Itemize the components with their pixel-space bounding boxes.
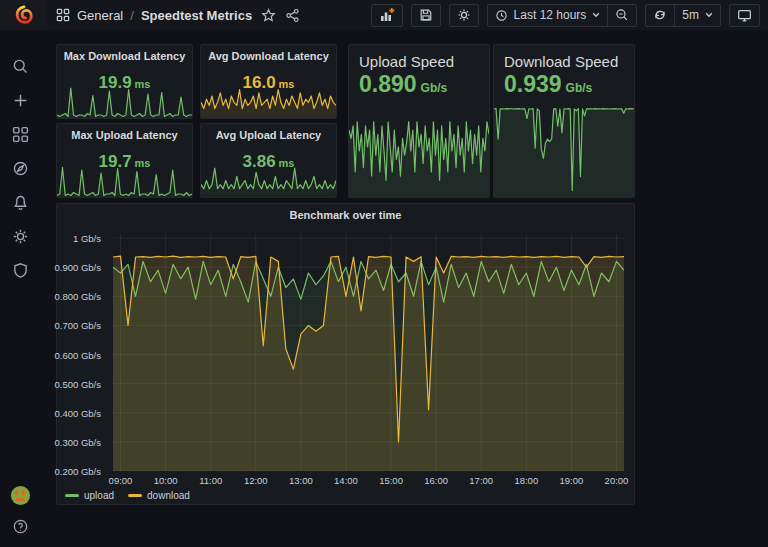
x-tick-label: 20:00	[605, 475, 629, 486]
save-icon	[419, 8, 433, 22]
x-tick-label: 10:00	[154, 475, 178, 486]
dashboard-settings-button[interactable]	[449, 4, 479, 27]
refresh-interval-label: 5m	[682, 8, 699, 22]
x-tick-label: 16:00	[424, 475, 448, 486]
x-tick-label: 15:00	[379, 475, 403, 486]
sparkline-chart	[57, 164, 192, 197]
x-tick-label: 19:00	[560, 475, 584, 486]
x-tick-label: 12:00	[244, 475, 268, 486]
search-icon[interactable]	[12, 58, 29, 75]
nav-actions: Last 12 hours 5m	[371, 4, 760, 27]
help-icon[interactable]	[12, 518, 29, 535]
y-tick-label: 0.300 Gb/s	[55, 436, 101, 447]
panel-title[interactable]: Download Speed	[504, 53, 618, 70]
sparkline-chart	[201, 164, 336, 197]
legend-label: upload	[84, 490, 114, 501]
benchmark-legend: upload download	[65, 490, 190, 501]
breadcrumb: General / Speedtest Metrics	[56, 8, 252, 23]
clock-icon	[495, 9, 508, 22]
panel-title[interactable]: Benchmark over time	[57, 204, 634, 221]
time-picker-group: Last 12 hours	[487, 4, 638, 27]
x-tick-label: 09:00	[109, 475, 133, 486]
x-tick-label: 11:00	[199, 475, 222, 486]
refresh-interval-picker[interactable]: 5m	[674, 4, 721, 27]
panel-title[interactable]: Max Upload Latency	[57, 124, 192, 141]
benchmark-plot-area[interactable]	[113, 234, 624, 471]
legend-swatch-upload	[65, 494, 79, 497]
create-add-icon[interactable]	[12, 92, 29, 109]
grafana-flame-icon	[14, 5, 34, 25]
speed-value: 0.890Gb/s	[359, 73, 447, 96]
x-tick-label: 13:00	[289, 475, 313, 486]
sparkline-chart	[57, 85, 192, 118]
y-tick-label: 0.200 Gb/s	[55, 466, 101, 477]
panel-title[interactable]: Avg Download Latency	[201, 45, 336, 62]
apps-grid-icon	[56, 8, 70, 22]
zoom-out-icon	[615, 8, 629, 22]
panel-avg-upload-latency: Avg Upload Latency 3.86ms	[200, 123, 337, 198]
panel-download-speed: Download Speed 0.939Gb/s	[493, 44, 635, 198]
speed-number: 0.939	[504, 71, 562, 97]
panel-max-download-latency: Max Download Latency 19.9ms	[56, 44, 193, 119]
caret-down-icon	[592, 12, 600, 18]
panel-title[interactable]: Max Download Latency	[57, 45, 192, 62]
upload-speed-chart	[349, 105, 489, 197]
refresh-dashboard-button[interactable]	[645, 4, 675, 27]
user-avatar[interactable]	[10, 485, 31, 506]
y-tick-label: 0.700 Gb/s	[55, 320, 101, 331]
time-range-label: Last 12 hours	[514, 8, 587, 22]
breadcrumb-separator: /	[130, 8, 134, 23]
monitor-icon	[737, 8, 752, 23]
star-dashboard-icon[interactable]	[261, 8, 276, 23]
sidebar-bottom	[10, 485, 31, 547]
add-panel-button[interactable]	[371, 4, 403, 27]
x-tick-label: 18:00	[514, 475, 538, 486]
benchmark-x-axis: 09:0010:0011:0012:0013:0014:0015:0016:00…	[113, 473, 624, 487]
page-title[interactable]: Speedtest Metrics	[141, 8, 252, 23]
legend-item-upload[interactable]: upload	[65, 490, 114, 501]
refresh-icon	[653, 8, 667, 22]
panel-title[interactable]: Avg Upload Latency	[201, 124, 336, 141]
top-nav-bar: General / Speedtest Metrics	[0, 0, 768, 30]
explore-compass-icon[interactable]	[12, 160, 29, 177]
speed-unit: Gb/s	[421, 81, 448, 95]
y-tick-label: 0.600 Gb/s	[55, 349, 101, 360]
save-dashboard-button[interactable]	[411, 4, 441, 27]
share-dashboard-icon[interactable]	[285, 8, 300, 23]
grafana-logo[interactable]	[0, 0, 47, 30]
y-tick-label: 0.900 Gb/s	[55, 262, 101, 273]
breadcrumb-section[interactable]: General	[77, 8, 123, 23]
legend-label: download	[147, 490, 190, 501]
panel-title[interactable]: Upload Speed	[359, 53, 454, 70]
zoom-out-time-button[interactable]	[607, 4, 637, 27]
panel-upload-speed: Upload Speed 0.890Gb/s	[348, 44, 490, 198]
panel-max-upload-latency: Max Upload Latency 19.7ms	[56, 123, 193, 198]
dashboard-grid: Max Download Latency 19.9ms Avg Download…	[40, 30, 768, 547]
y-tick-label: 0.800 Gb/s	[55, 291, 101, 302]
alerting-bell-icon[interactable]	[12, 194, 29, 211]
legend-swatch-download	[128, 494, 142, 497]
download-speed-chart	[494, 105, 634, 197]
panel-avg-download-latency: Avg Download Latency 16.0ms	[200, 44, 337, 119]
y-tick-label: 1 Gb/s	[73, 233, 101, 244]
cycle-view-mode-button[interactable]	[729, 4, 760, 27]
y-tick-label: 0.500 Gb/s	[55, 378, 101, 389]
y-tick-label: 0.400 Gb/s	[55, 407, 101, 418]
legend-item-download[interactable]: download	[128, 490, 190, 501]
benchmark-y-axis: 1 Gb/s0.900 Gb/s0.800 Gb/s0.700 Gb/s0.60…	[57, 234, 107, 471]
configuration-gear-icon[interactable]	[12, 228, 29, 245]
speed-number: 0.890	[359, 71, 417, 97]
speed-value: 0.939Gb/s	[504, 73, 592, 96]
gear-icon	[457, 8, 471, 22]
sparkline-chart	[201, 85, 336, 118]
add-panel-icon	[379, 7, 395, 23]
refresh-group: 5m	[645, 4, 721, 27]
panel-benchmark-over-time: Benchmark over time 1 Gb/s0.900 Gb/s0.80…	[56, 203, 635, 505]
time-range-picker[interactable]: Last 12 hours	[487, 4, 609, 27]
server-admin-shield-icon[interactable]	[12, 262, 29, 279]
left-sidebar	[0, 30, 40, 547]
caret-down-icon	[705, 12, 713, 18]
dashboards-icon[interactable]	[12, 126, 29, 143]
x-tick-label: 14:00	[334, 475, 358, 486]
x-tick-label: 17:00	[469, 475, 493, 486]
